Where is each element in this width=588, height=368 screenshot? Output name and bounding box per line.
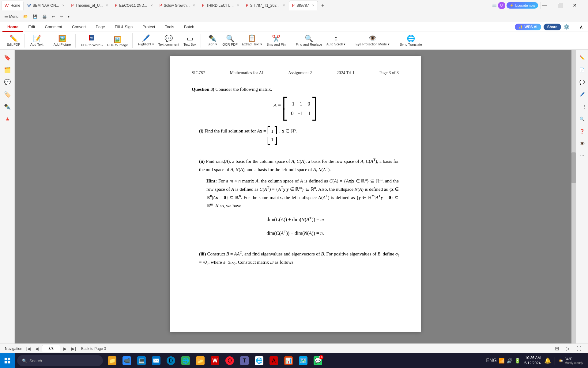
layers-button[interactable]: 🔺 <box>2 113 13 125</box>
scrollbar-thumb[interactable] <box>571 152 576 183</box>
share-button[interactable]: Share <box>544 24 561 30</box>
tab-third[interactable]: P THIRD LECTU... ✕ <box>199 1 242 10</box>
ribbon-tab-convert[interactable]: Convert <box>67 22 91 32</box>
taskbar-zoom[interactable]: 📹 <box>120 354 134 367</box>
taskbar-mail[interactable]: ✉️ <box>149 354 163 367</box>
ribbon-tab-home[interactable]: Home <box>2 22 23 32</box>
new-tab-button[interactable]: + <box>318 1 327 10</box>
tab-solow-close[interactable]: ✕ <box>193 4 195 7</box>
ribbon-tab-page[interactable]: Page <box>91 22 110 32</box>
text-comment-button[interactable]: 💬 Text comment <box>156 34 181 48</box>
right-edit-button[interactable]: ✏️ <box>577 52 588 63</box>
notification-center-icon[interactable]: 🔔 <box>544 357 551 364</box>
undo-button[interactable]: ↩ <box>50 12 57 21</box>
next-page-button[interactable]: ▶ <box>62 345 69 352</box>
ribbon-tab-comment[interactable]: Comment <box>40 22 67 32</box>
right-more-button[interactable]: ⋯ <box>577 150 588 161</box>
first-page-button[interactable]: |◀ <box>25 345 32 352</box>
tab-home[interactable]: W Home <box>1 1 24 10</box>
menu-button[interactable]: ☰ Menu <box>2 12 20 21</box>
edit-pdf-button[interactable]: ✏️ Edit PDF <box>5 34 22 48</box>
tab-sit787-close[interactable]: ✕ <box>283 4 285 7</box>
eye-protection-button[interactable]: 👁️ Eye Protection Mode ▾ <box>354 34 391 48</box>
scrollbar-track[interactable] <box>571 50 576 343</box>
taskbar-explorer[interactable]: 📁 <box>105 354 119 367</box>
taskbar-browser[interactable]: 🌐 <box>179 354 192 367</box>
quick-more-button[interactable]: ▾ <box>66 12 71 21</box>
clock[interactable]: 10:36 AM 5/12/2024 <box>524 355 541 366</box>
wps-ai-button[interactable]: ✨ WPS AI <box>515 24 541 30</box>
taskbar-chrome[interactable]: 🌐 <box>252 354 266 367</box>
ribbon-more-button[interactable]: ⋯ <box>572 24 577 30</box>
tab-sig787-close[interactable]: ✕ <box>312 4 315 7</box>
right-user-button[interactable]: 👁️ <box>577 138 588 149</box>
taskbar-search[interactable]: 🔍 Search <box>17 355 103 366</box>
ribbon-tab-tools[interactable]: Tools <box>160 22 179 32</box>
page-number-input[interactable] <box>42 345 60 352</box>
tab-theories-close[interactable]: ✕ <box>106 4 108 7</box>
volume-icon[interactable]: 🔊 <box>507 358 513 364</box>
right-page-button[interactable]: 📄 <box>577 64 588 75</box>
fullscreen-button[interactable]: ⛶ <box>575 344 583 353</box>
presentation-button[interactable]: ▷ <box>564 344 572 353</box>
tab-theories[interactable]: P Theories_of_U... ✕ <box>68 1 111 10</box>
taskbar-teams[interactable]: T <box>238 354 251 367</box>
tab-eeco-close[interactable]: ✕ <box>150 4 153 7</box>
tab-sit787[interactable]: P SIT787_T1_202... ✕ <box>243 1 288 10</box>
save-button[interactable]: 💾 <box>31 12 39 21</box>
taskbar-filemgr[interactable]: 📂 <box>194 354 207 367</box>
ribbon-tab-fill-sign[interactable]: Fill & Sign <box>110 22 138 32</box>
right-help-button[interactable]: ❓ <box>577 126 588 137</box>
taskbar-wps[interactable]: W <box>208 354 222 367</box>
sync-translate-button[interactable]: 🌐 Sync Translate <box>398 34 424 48</box>
print-button[interactable]: 🖨️ <box>40 12 49 21</box>
taskbar-opera[interactable]: O <box>223 354 236 367</box>
add-picture-button[interactable]: 🖼️ Add Picture <box>52 34 73 48</box>
tab-seminar-close[interactable]: ✕ <box>62 4 65 7</box>
tab-third-close[interactable]: ✕ <box>237 4 239 7</box>
find-replace-button[interactable]: 🔍 Find and Replace <box>294 34 324 48</box>
prev-page-button[interactable]: ◀ <box>33 345 41 352</box>
wifi-icon[interactable]: 📶 <box>499 358 505 364</box>
tab-sig787[interactable]: P SIG787 ✕ <box>289 1 318 10</box>
ribbon-tab-protect[interactable]: Protect <box>138 22 160 32</box>
ocr-pdf-button[interactable]: 🔍 OCR PDF <box>221 34 239 48</box>
pdf-viewer[interactable]: SIG787 Mathematics for AI Assignment 2 2… <box>15 50 576 343</box>
auto-scroll-button[interactable]: ↕️ Auto Scroll ▾ <box>325 34 347 48</box>
user-avatar[interactable]: U <box>498 2 505 9</box>
right-columns-button[interactable]: ⋮⋮ <box>577 101 588 112</box>
keyboard-layout-icon[interactable]: ENG <box>486 358 497 363</box>
text-box-button[interactable]: ▭ Text Box <box>182 34 198 48</box>
pdf-to-image-button[interactable]: 🖼️ PDF to Image <box>105 35 130 48</box>
pdf-to-word-button[interactable]: W PDF to Word ▾ <box>79 33 105 48</box>
open-button[interactable]: 📂 <box>21 12 30 21</box>
maximize-button[interactable]: ⬜ <box>557 0 571 11</box>
taskbar-dell[interactable]: D <box>164 354 178 367</box>
signature-button[interactable]: ✒️ <box>2 101 13 112</box>
redo-button[interactable]: ↪ <box>58 12 65 21</box>
ribbon-collapse-button[interactable]: ∧ <box>579 24 583 30</box>
last-page-button[interactable]: ▶| <box>70 345 77 352</box>
taskbar-office[interactable]: 📊 <box>282 354 295 367</box>
tag-button[interactable]: 🏷️ <box>2 89 13 100</box>
bookmark-button[interactable]: 🔖 <box>2 52 13 63</box>
ribbon-tab-batch[interactable]: Batch <box>179 22 199 32</box>
taskbar-acrobat[interactable]: A <box>267 354 281 367</box>
tab-solow[interactable]: P Solow Growth... ✕ <box>156 1 198 10</box>
comment-list-button[interactable]: 💬 <box>2 77 13 88</box>
highlight-button[interactable]: 🖊️ Highlight ▾ <box>136 34 156 48</box>
weather-widget[interactable]: 🌤️ 84°F Mostly cloudy <box>555 357 583 365</box>
add-text-button[interactable]: 📝 Add Text <box>28 34 45 48</box>
right-comment-button[interactable]: 💬 <box>577 77 588 88</box>
taskbar-vscode[interactable]: 💻 <box>135 354 148 367</box>
ribbon-tab-edit[interactable]: Edit <box>23 22 40 32</box>
tab-eeco[interactable]: P EECO911 2ND... ✕ <box>112 1 156 10</box>
tab-seminar[interactable]: W SEMINAR ON... ✕ <box>24 1 67 10</box>
sign-button[interactable]: ✒️ Sign ▾ <box>205 34 220 48</box>
battery-icon[interactable]: 🔋 <box>514 358 521 364</box>
close-button[interactable]: ✕ <box>573 0 587 11</box>
right-zoom-button[interactable]: 🔍 <box>577 113 588 125</box>
start-button[interactable] <box>0 353 15 368</box>
taskbar-maps[interactable]: 🗺️ <box>296 354 310 367</box>
extract-text-button[interactable]: 📋 Extract Text ▾ <box>240 34 264 48</box>
